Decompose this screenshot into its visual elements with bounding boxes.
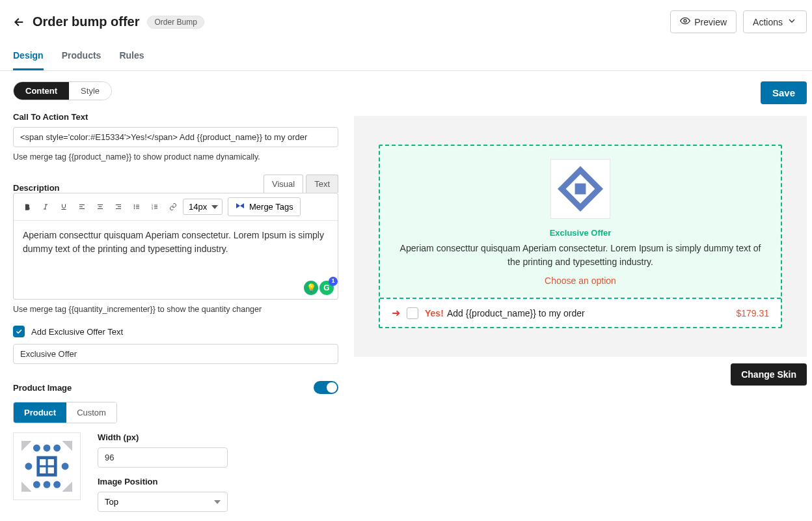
placeholder-icon (21, 441, 72, 492)
grammarly-count: 1 (329, 277, 338, 286)
svg-rect-40 (48, 459, 54, 465)
width-label: Width (px) (98, 432, 338, 442)
exclusive-text-input[interactable] (13, 344, 338, 364)
svg-point-15 (134, 206, 135, 207)
placeholder-icon (558, 166, 603, 212)
lightbulb-icon[interactable]: 💡 (304, 281, 318, 295)
tab-design[interactable]: Design (13, 44, 44, 70)
image-source-custom[interactable]: Custom (66, 402, 116, 423)
cta-label: Call To Action Text (13, 112, 338, 122)
image-source-product[interactable]: Product (14, 402, 66, 423)
editor-textarea[interactable]: Aperiam consecttur quisquam Aperiam cons… (14, 221, 338, 299)
cta-input[interactable] (13, 127, 338, 147)
link-icon[interactable] (165, 199, 182, 216)
svg-point-16 (134, 208, 135, 209)
actions-button[interactable]: Actions (743, 10, 807, 33)
preview-panel: Exclusive Offer Aperiam consecttur quisq… (354, 116, 807, 357)
main-tabs: Design Products Rules (0, 44, 812, 71)
preview-cta-rest: Add {{product_name}} to my order (447, 308, 585, 318)
preview-column: Save Exclusive Offer Aperiam con (354, 81, 807, 512)
svg-rect-45 (575, 184, 586, 195)
svg-marker-29 (62, 481, 72, 492)
align-right-icon[interactable] (110, 199, 127, 216)
align-center-icon[interactable] (92, 199, 109, 216)
change-skin-button[interactable]: Change Skin (731, 363, 807, 386)
actions-button-label: Actions (753, 17, 783, 27)
image-position-select[interactable]: Top (98, 492, 228, 512)
page-header: Order bump offer Order Bump Preview Acti… (0, 0, 812, 38)
svg-point-0 (684, 20, 686, 22)
svg-point-32 (53, 444, 61, 451)
preview-offer-label: Exclusive Offer (398, 228, 763, 238)
preview-choose-option[interactable]: Choose an option (398, 275, 763, 286)
eye-icon (680, 16, 690, 28)
product-image-toggle[interactable] (314, 381, 338, 394)
cta-hint: Use merge tag {{product_name}} to show p… (13, 152, 338, 162)
align-left-icon[interactable] (74, 199, 90, 216)
tab-rules[interactable]: Rules (119, 44, 144, 70)
rich-editor: 123 14px Merge Tags Aperiam consecttur q… (13, 193, 338, 300)
width-input[interactable] (98, 447, 228, 468)
design-subtabs: Content Style (13, 81, 112, 100)
svg-point-36 (44, 481, 51, 488)
svg-rect-39 (40, 459, 46, 465)
svg-point-37 (53, 481, 61, 488)
svg-point-35 (33, 481, 40, 488)
preview-button-label: Preview (694, 17, 727, 27)
arrow-right-icon: ➜ (392, 307, 400, 319)
preview-yes: Yes! (425, 308, 444, 318)
svg-rect-41 (40, 468, 46, 473)
tab-products[interactable]: Products (62, 44, 102, 70)
svg-point-14 (134, 205, 135, 206)
svg-point-30 (33, 444, 40, 451)
subtab-content[interactable]: Content (14, 82, 69, 100)
list-ul-icon[interactable] (128, 199, 145, 216)
editor-tab-text[interactable]: Text (306, 175, 338, 193)
svg-text:3: 3 (152, 208, 153, 210)
chevron-down-icon (787, 16, 797, 28)
merge-tags-label: Merge Tags (249, 202, 293, 212)
subtab-style[interactable]: Style (69, 82, 111, 100)
save-button[interactable]: Save (761, 81, 807, 104)
exclusive-checkbox-label: Add Exclusive Offer Text (31, 327, 123, 337)
exclusive-checkbox[interactable] (13, 326, 25, 337)
list-ol-icon[interactable]: 123 (146, 199, 163, 216)
font-size-select[interactable]: 14px (183, 199, 223, 215)
merge-tags-button[interactable]: Merge Tags (228, 197, 301, 216)
italic-icon[interactable] (37, 199, 54, 216)
svg-point-33 (25, 463, 32, 470)
desc-label: Description (13, 183, 60, 193)
preview-checkbox[interactable] (407, 307, 418, 319)
svg-rect-42 (48, 468, 54, 473)
entity-type-badge: Order Bump (147, 16, 204, 29)
editor-column: Content Style Call To Action Text Use me… (13, 81, 338, 512)
merge-tags-icon (235, 201, 245, 213)
preview-button[interactable]: Preview (670, 10, 737, 33)
preview-footer: ➜ Yes! Add {{product_name}} to my order … (380, 298, 781, 327)
preview-product-image (550, 159, 610, 219)
editor-assist-badges: 💡 G1 (304, 281, 334, 295)
product-thumbnail (13, 432, 81, 500)
editor-mode-tabs: Visual Text (261, 175, 338, 193)
header-actions: Preview Actions (670, 10, 807, 33)
svg-marker-28 (21, 481, 32, 492)
grammarly-icon[interactable]: G1 (319, 281, 334, 295)
svg-point-31 (44, 444, 51, 451)
desc-hint: Use merge tag {{quantity_incrementer}} t… (13, 305, 338, 314)
preview-offer-desc: Aperiam consecttur quisquam Aperiam cons… (398, 242, 763, 269)
preview-cta-text: Yes! Add {{product_name}} to my order (425, 308, 585, 318)
editor-content: Aperiam consecttur quisquam Aperiam cons… (23, 230, 324, 254)
svg-marker-26 (21, 441, 32, 451)
svg-point-34 (62, 463, 69, 470)
svg-marker-27 (62, 441, 72, 451)
order-bump-preview: Exclusive Offer Aperiam consecttur quisq… (379, 145, 782, 328)
image-source-tabs: Product Custom (13, 402, 117, 423)
page-title: Order bump offer (33, 14, 139, 29)
exclusive-checkbox-row: Add Exclusive Offer Text (13, 326, 338, 337)
editor-tab-visual[interactable]: Visual (264, 175, 303, 193)
product-image-label: Product Image (13, 383, 72, 393)
underline-icon[interactable] (55, 199, 72, 216)
svg-line-3 (45, 204, 46, 209)
bold-icon[interactable] (19, 199, 36, 216)
back-icon[interactable] (10, 15, 25, 29)
